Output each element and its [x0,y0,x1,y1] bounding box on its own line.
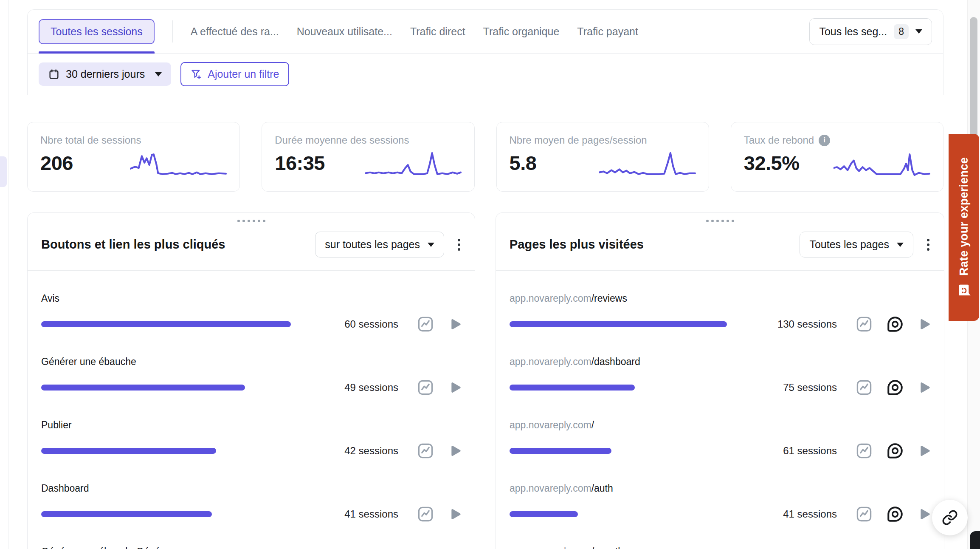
trend-chart-icon[interactable] [855,505,873,524]
sparkline-chart [130,149,227,179]
drag-handle-icon[interactable] [706,220,734,222]
segments-dropdown[interactable]: Tous les seg... 8 [809,18,932,45]
play-icon[interactable] [448,444,462,458]
page-url: app.novareply.com/ [510,419,931,431]
play-icon[interactable] [918,317,931,331]
sparkline-chart [599,149,696,179]
session-count: 41 sessions [783,508,837,520]
tab-trafic-organique[interactable]: Trafic organique [483,25,560,38]
list-item: Publier 42 sessions [41,419,462,460]
list-item: Générer une ébauche 49 sessions [41,356,462,397]
rate-experience-tab[interactable]: Rate your experience [949,134,979,321]
scope-dropdown[interactable]: sur toutes les pages [315,232,444,258]
kpi-label: Nbre moyen de pages/session [510,134,696,146]
play-icon[interactable] [448,381,462,394]
kpi-label: Durée moyenne des sessions [275,134,461,146]
trend-chart-icon[interactable] [416,315,435,334]
panel-title: Pages les plus visitées [510,238,800,252]
kpi-card-pages-per-session: Nbre moyen de pages/session 5.8 [496,122,709,192]
scrollbar-thumb[interactable] [970,17,977,140]
session-bar [41,321,291,327]
page-targeting-icon[interactable] [886,442,904,460]
session-bar [41,448,291,454]
top-toolbar: Toutes les sessions A effectué des ra...… [27,9,943,95]
list-item: Générer une ébaucheGénérer 29 sessions [41,546,462,549]
panel-title: Boutons et lien les plus cliqués [41,238,315,252]
filter-plus-icon [191,68,202,80]
kpi-label: Taux de rebond [744,134,814,146]
segments-count-badge: 8 [894,24,909,39]
tab-nouveaux-utilisateurs[interactable]: Nouveaux utilisate... [297,25,392,38]
session-count: 60 sessions [344,318,398,330]
scope-dropdown-label: sur toutes les pages [325,238,420,251]
scope-dropdown-label: Toutes les pages [809,238,889,251]
item-label: Publier [41,419,462,431]
drag-handle-icon[interactable] [237,220,265,222]
sidebar-active-item[interactable] [0,156,7,187]
list-item: app.novareply.com/growth 33 sessions [510,546,931,549]
play-icon[interactable] [448,317,462,331]
play-icon[interactable] [918,444,931,458]
page-url: app.novareply.com/dashboard [510,356,931,368]
session-bar [510,385,727,391]
session-count: 61 sessions [783,445,837,457]
filter-bar: 30 derniers jours Ajouter un filtre [28,53,943,95]
item-label: Dashboard [41,483,462,494]
item-label: Générer une ébaucheGénérer [41,546,462,549]
trend-chart-icon[interactable] [855,315,873,334]
sidebar-edge [0,0,8,549]
list-item: app.novareply.com/reviews 130 sessions [510,293,931,334]
list-item: Avis 60 sessions [41,293,462,334]
kpi-card-avg-duration: Durée moyenne des sessions 16:35 [262,122,474,192]
chevron-down-icon [897,243,904,247]
kpi-label: Nbre total de sessions [40,134,227,146]
page-url: app.novareply.com/reviews [510,293,931,304]
play-icon[interactable] [918,507,931,521]
link-icon [942,509,958,526]
rate-experience-label: Rate your experience [957,157,971,275]
play-icon[interactable] [918,381,931,394]
session-bar [510,448,727,454]
panel-top-clicked-buttons: Boutons et lien les plus cliqués sur tou… [27,212,475,549]
session-count: 41 sessions [344,508,398,520]
kebab-menu-icon[interactable] [925,237,931,252]
add-filter-button[interactable]: Ajouter un filtre [180,62,289,86]
trend-chart-icon[interactable] [416,378,435,397]
chevron-down-icon [915,29,922,34]
tab-a-effectue[interactable]: A effectué des ra... [191,25,279,38]
visited-pages-list: app.novareply.com/reviews 130 sessions a… [496,271,944,549]
tab-toutes-les-sessions[interactable]: Toutes les sessions [39,10,155,53]
page-url: app.novareply.com/growth [510,546,931,549]
item-label: Avis [41,293,462,304]
page-targeting-icon[interactable] [886,505,904,523]
kpi-card-bounce-rate: Taux de rebond i 32.5% [731,122,943,192]
info-icon[interactable]: i [819,135,830,146]
kebab-menu-icon[interactable] [456,237,462,252]
date-range-dropdown[interactable]: 30 derniers jours [39,62,171,86]
feedback-smiley-icon [957,283,971,298]
add-filter-label: Ajouter un filtre [208,68,279,80]
panel-top-visited-pages: Pages les plus visitées Toutes les pages… [496,212,944,549]
corner-widget[interactable] [970,531,980,549]
calendar-icon [48,68,60,80]
trend-chart-icon[interactable] [855,378,873,397]
tab-trafic-payant[interactable]: Trafic payant [577,25,638,38]
kpi-cards: Nbre total de sessions 206 Durée moyenne… [27,122,943,192]
sparkline-chart [834,149,930,179]
session-count: 49 sessions [344,382,398,393]
date-range-label: 30 derniers jours [66,68,145,80]
play-icon[interactable] [448,507,462,521]
page-targeting-icon[interactable] [886,379,904,396]
session-count: 42 sessions [344,445,398,457]
page-targeting-icon[interactable] [886,315,904,333]
sparkline-chart [365,149,462,179]
session-count: 130 sessions [777,318,837,330]
scope-dropdown[interactable]: Toutes les pages [800,232,913,258]
copy-link-button[interactable] [932,500,968,535]
trend-chart-icon[interactable] [416,441,435,460]
tab-trafic-direct[interactable]: Trafic direct [410,25,465,38]
trend-chart-icon[interactable] [416,505,435,524]
trend-chart-icon[interactable] [855,441,873,460]
selected-tab-pill[interactable]: Toutes les sessions [39,19,155,44]
session-bar [41,511,291,517]
